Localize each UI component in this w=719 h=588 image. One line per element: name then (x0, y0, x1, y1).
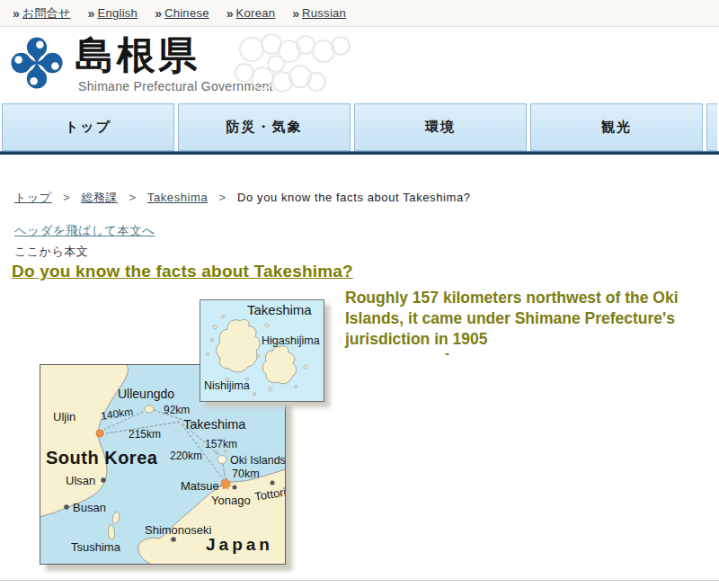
map-label-70km: 70km (232, 468, 260, 480)
breadcrumb-separator: > (129, 191, 136, 204)
article-dash: - (445, 345, 449, 361)
inset-label-nishijima: Nishijima (204, 379, 250, 392)
map-label-oki-islands: Oki Islands (230, 454, 285, 467)
map-label-tsushima: Tsushima (71, 540, 121, 554)
map-marker-uljin (96, 430, 103, 437)
map-label-yonago: Yonago (211, 494, 251, 507)
map-marker-tottori (271, 481, 275, 486)
map-island-oki (217, 456, 226, 464)
breadcrumb-link-top[interactable]: トップ (14, 191, 52, 204)
map-label-busan: Busan (73, 501, 106, 514)
map-label-matsue: Matsue (181, 479, 219, 493)
map-label-157km: 157km (205, 438, 237, 450)
inset-title-takeshima: Takeshima (247, 302, 312, 317)
lang-russian-label[interactable]: Russian (302, 6, 346, 20)
contact-link-label[interactable]: お問合せ (22, 5, 71, 22)
breadcrumb-link-takeshima[interactable]: Takeshima (147, 191, 209, 204)
nav-tab-environment[interactable]: 環境 (354, 103, 527, 151)
chevron-right-icon: » (88, 6, 95, 21)
map-label-215km: 215km (129, 428, 161, 441)
nav-tab-environment-label: 環境 (425, 119, 456, 136)
nav-tab-row: トップ 防災・気象 環境 観光 (2, 103, 717, 151)
breadcrumb: トップ > 総務課 > Takeshima > Do you know the … (14, 190, 471, 206)
map-marker-busan (64, 504, 69, 510)
map-marker-shimonoseki (171, 537, 176, 542)
utility-bar: » お問合せ » English » Chinese » Korean » Ru… (0, 0, 719, 27)
map-label-takeshima: Takeshima (183, 417, 246, 432)
lang-link-russian[interactable]: » Russian (292, 6, 346, 21)
bottom-divider (0, 580, 719, 581)
lang-link-chinese[interactable]: » Chinese (155, 6, 209, 21)
breadcrumb-link-general-affairs[interactable]: 総務課 (81, 191, 118, 204)
map-island-ulleungdo (145, 405, 154, 413)
main-nav: トップ 防災・気象 環境 観光 (0, 101, 719, 155)
chevron-right-icon: » (13, 6, 20, 21)
page-title: Do you know the facts about Takeshima? (12, 262, 353, 281)
chevron-right-icon: » (292, 6, 299, 21)
nav-tab-tourism-label: 観光 (601, 119, 632, 136)
map-label-shimonoseki: Shimonoseki (145, 523, 212, 537)
chevron-right-icon: » (155, 6, 162, 21)
breadcrumb-separator: > (219, 191, 226, 204)
nav-tab-tourism[interactable]: 観光 (530, 103, 703, 151)
site-header: 島根県 Shimane Prefectural Government (0, 28, 719, 101)
map-marker-ulsan (101, 477, 106, 483)
lang-korean-label[interactable]: Korean (236, 6, 276, 20)
nav-tab-top[interactable]: トップ (2, 103, 174, 151)
breadcrumb-separator: > (63, 191, 70, 204)
map-label-japan: Japan (206, 535, 273, 554)
nav-tab-disaster-weather-label: 防災・気象 (226, 119, 303, 136)
contact-link[interactable]: » お問合せ (13, 5, 71, 22)
skip-to-content-link[interactable]: ヘッダを飛ばして本文へ (14, 223, 155, 239)
cloud-motif-icon (226, 31, 393, 100)
article-summary-text: Roughly 157 kilometers northwest of the … (345, 288, 706, 350)
lang-english-label[interactable]: English (97, 6, 138, 20)
chevron-right-icon: » (226, 6, 234, 21)
nav-tab-top-label: トップ (65, 119, 111, 136)
nav-bottom-bar (0, 151, 719, 155)
breadcrumb-current-page: Do you know the facts about Takeshima? (237, 191, 471, 204)
map-label-92km: 92km (164, 404, 190, 416)
nav-tab-disaster-weather[interactable]: 防災・気象 (178, 103, 351, 151)
inset-label-higashijima: Higashijima (262, 334, 320, 347)
map-label-uljin: Uljin (53, 410, 75, 423)
map-marker-yonago (233, 486, 237, 490)
site-title: 島根県 (75, 30, 200, 80)
map-label-ulleungdo: Ulleungdo (118, 387, 174, 401)
map-label-220km: 220km (170, 450, 202, 462)
lang-link-korean[interactable]: » Korean (226, 6, 276, 21)
nav-tab-partial[interactable] (706, 103, 717, 151)
content-start-marker: ここから本文 (14, 244, 88, 260)
lang-link-english[interactable]: » English (88, 6, 138, 21)
map-islet (225, 450, 227, 453)
map-label-ulsan: Ulsan (66, 474, 95, 487)
shimane-logo-icon[interactable] (9, 35, 65, 94)
map-label-south-korea: South Korea (46, 448, 158, 468)
takeshima-inset-map: Takeshima Higashijima Nishijima (200, 299, 324, 402)
lang-chinese-label[interactable]: Chinese (164, 6, 209, 20)
